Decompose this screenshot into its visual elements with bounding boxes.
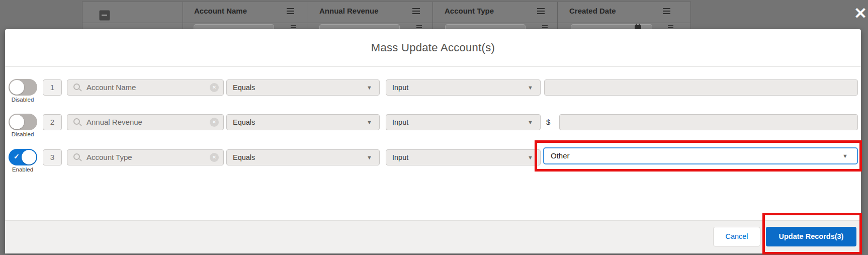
filter-menu-icon bbox=[416, 25, 422, 26]
row2-valuetype-label: Input bbox=[392, 115, 408, 130]
chevron-down-icon: ▼ bbox=[367, 80, 372, 95]
select-all-checkbox bbox=[99, 10, 110, 21]
check-icon: ✓ bbox=[14, 152, 20, 160]
row1-valuetype-dropdown[interactable]: Input ▼ bbox=[386, 79, 541, 96]
filter-menu-icon bbox=[291, 25, 296, 26]
mass-update-modal: Mass Update Account(s) Disabled 1 Accoun… bbox=[5, 29, 861, 253]
clear-icon[interactable]: ✕ bbox=[210, 153, 219, 162]
column-header-account-name: Account Name bbox=[194, 7, 247, 15]
modal-title: Mass Update Account(s) bbox=[5, 41, 861, 54]
row3-operator-label: Equals bbox=[233, 150, 255, 165]
chevron-down-icon: ▼ bbox=[528, 115, 533, 130]
clear-icon[interactable]: ✕ bbox=[210, 118, 219, 127]
row2-toggle[interactable] bbox=[9, 114, 37, 130]
row1-value-input[interactable] bbox=[544, 79, 858, 96]
row3-operator-dropdown[interactable]: Equals ▼ bbox=[226, 149, 380, 165]
filter-menu-icon bbox=[668, 25, 673, 26]
row2-valuetype-dropdown[interactable]: Input ▼ bbox=[386, 114, 541, 130]
table-top-border bbox=[82, 2, 690, 2]
row3-value-text: Other bbox=[551, 148, 570, 163]
column-menu-icon bbox=[287, 8, 294, 9]
filter-menu-icon bbox=[542, 25, 548, 26]
chevron-down-icon: ▼ bbox=[367, 150, 372, 165]
column-menu-icon bbox=[412, 8, 420, 9]
header-bottom-border bbox=[82, 23, 690, 23]
row2-toggle-label: Disabled bbox=[4, 131, 41, 137]
row1-field-name: Account Name bbox=[86, 80, 136, 95]
row3-value-dropdown[interactable]: Other ▼ bbox=[543, 147, 858, 164]
chevron-down-icon: ▼ bbox=[367, 115, 372, 130]
row1-number: 1 bbox=[43, 79, 62, 96]
row3-toggle[interactable]: ✓ bbox=[9, 149, 37, 165]
row1-field-search[interactable]: Account Name ✕ bbox=[67, 79, 224, 96]
row3-number: 3 bbox=[43, 149, 62, 165]
column-separator bbox=[307, 2, 307, 29]
row3-valuetype-dropdown[interactable]: Input ▼ bbox=[386, 149, 541, 165]
update-records-button[interactable]: Update Records(3) bbox=[766, 227, 856, 246]
row3-field-name: Account Type bbox=[86, 150, 132, 165]
column-separator bbox=[82, 2, 82, 29]
column-separator bbox=[690, 2, 691, 29]
screenshot-root: Account Name Annual Revenue Account Type… bbox=[0, 0, 868, 255]
column-header-annual-revenue: Annual Revenue bbox=[319, 7, 379, 15]
cancel-button[interactable]: Cancel bbox=[713, 227, 760, 246]
currency-symbol: $ bbox=[546, 118, 550, 126]
row2-number: 2 bbox=[43, 114, 62, 130]
header-divider bbox=[5, 66, 861, 67]
row2-value-input[interactable] bbox=[559, 114, 858, 130]
column-separator bbox=[557, 2, 558, 29]
row2-operator-label: Equals bbox=[233, 115, 255, 130]
row3-field-search[interactable]: Account Type ✕ bbox=[67, 149, 224, 165]
close-icon[interactable]: ✕ bbox=[854, 5, 867, 22]
chevron-down-icon: ▼ bbox=[528, 80, 533, 95]
row1-operator-label: Equals bbox=[233, 80, 255, 95]
row1-valuetype-label: Input bbox=[392, 80, 408, 95]
column-header-created-date: Created Date bbox=[569, 7, 616, 15]
row3-valuetype-label: Input bbox=[392, 150, 408, 165]
column-separator bbox=[432, 2, 433, 29]
row1-toggle[interactable] bbox=[9, 79, 37, 96]
row2-operator-dropdown[interactable]: Equals ▼ bbox=[226, 114, 380, 130]
row1-toggle-label: Disabled bbox=[4, 97, 41, 103]
search-icon bbox=[73, 83, 80, 90]
column-separator bbox=[183, 2, 183, 29]
column-header-account-type: Account Type bbox=[445, 7, 494, 15]
search-icon bbox=[73, 118, 80, 125]
chevron-down-icon: ▼ bbox=[842, 148, 848, 163]
column-menu-icon bbox=[537, 8, 545, 9]
search-icon bbox=[73, 153, 80, 160]
chevron-down-icon: ▼ bbox=[528, 150, 533, 165]
row2-field-name: Annual Revenue bbox=[86, 115, 142, 130]
row2-field-search[interactable]: Annual Revenue ✕ bbox=[67, 114, 224, 130]
row3-toggle-label: Enabled bbox=[4, 166, 41, 173]
row1-operator-dropdown[interactable]: Equals ▼ bbox=[226, 79, 380, 96]
clear-icon[interactable]: ✕ bbox=[210, 83, 219, 92]
column-menu-icon bbox=[663, 8, 670, 9]
